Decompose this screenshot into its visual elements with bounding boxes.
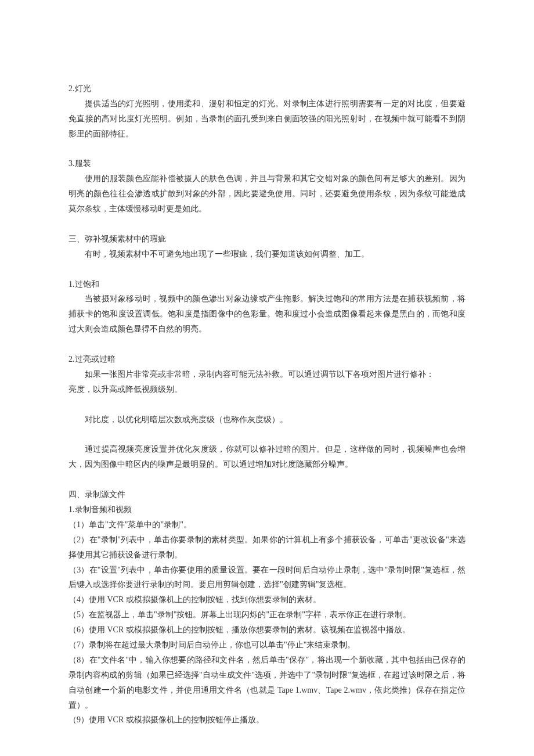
spacer	[68, 397, 466, 412]
document-page: 2.灯光 提供适当的灯光照明，使用柔和、漫射和恒定的灯光。对录制主体进行照明需要…	[0, 0, 534, 756]
paragraph: 使用的服装颜色应能补偿被摄人的肤色色调，并且与背景和其它交错对象的颜色间有足够大…	[68, 171, 466, 217]
heading-clothing: 3.服装	[68, 156, 466, 171]
spacer	[68, 472, 466, 487]
list-item: （6）使用 VCR 或模拟摄像机上的控制按钮，播放你想要录制的素材。该视频在监视…	[68, 622, 466, 638]
list-item: （3）在"设置"列表中，单击你要使用的质量设置。要在一段时间后自动停止录制，选中…	[68, 563, 466, 593]
paragraph: 当被摄对象移动时，视频中的颜色渗出对象边缘或产生拖影。解决过饱和的常用方法是在捕…	[68, 291, 466, 337]
paragraph: 如果一张图片非常亮或非常暗，录制内容可能无法补救。可以通过调节以下各项对图片进行…	[68, 367, 466, 382]
spacer	[68, 337, 466, 352]
heading-section-3: 三、弥补视频素材中的瑕疵	[68, 232, 466, 247]
spacer	[68, 262, 466, 277]
heading-brightness: 2.过亮或过暗	[68, 352, 466, 367]
list-item: （7）录制将在超过最大录制时间后自动停止，你也可以单击"停止"来结束录制。	[68, 638, 466, 653]
heading-section-4: 四、录制源文件	[68, 487, 466, 502]
paragraph: 有时，视频素材中不可避免地出现了一些瑕疵，我们要知道该如何调整、加工。	[68, 247, 466, 262]
paragraph: 提供适当的灯光照明，使用柔和、漫射和恒定的灯光。对录制主体进行照明需要有一定的对…	[68, 96, 466, 142]
paragraph: 亮度，以升高或降低视频级别。	[68, 382, 466, 397]
paragraph: 对比度，以优化明暗层次数或亮度级（也称作灰度级）。	[68, 412, 466, 427]
list-item: （9）使用 VCR 或模拟摄像机上的控制按钮停止播放。	[68, 712, 466, 728]
list-item: （4）使用 VCR 或模拟摄像机上的控制按钮，找到你想要录制的素材。	[68, 592, 466, 607]
list-item: （5）在监视器上，单击"录制"按钮。屏幕上出现闪烁的"正在录制"字样，表示你正在…	[68, 607, 466, 622]
spacer	[68, 142, 466, 157]
list-item: （8）在"文件名"中，输入你想要的路径和文件名，然后单击"保存"，将出现一个新收…	[68, 653, 466, 713]
heading-oversaturation: 1.过饱和	[68, 277, 466, 292]
spacer	[68, 427, 466, 442]
list-item: （1）单击"文件"菜单中的"录制"。	[68, 517, 466, 532]
spacer	[68, 217, 466, 232]
paragraph: 通过提高视频亮度设置并优化灰度级，你就可以修补过暗的图片。但是，这样做的同时，视…	[68, 442, 466, 472]
heading-record-av: 1.录制音频和视频	[68, 502, 466, 517]
list-item: （2）在"录制"列表中，单击你要录制的素材类型。如果你的计算机上有多个捕获设备，…	[68, 532, 466, 563]
heading-lighting: 2.灯光	[68, 81, 466, 96]
